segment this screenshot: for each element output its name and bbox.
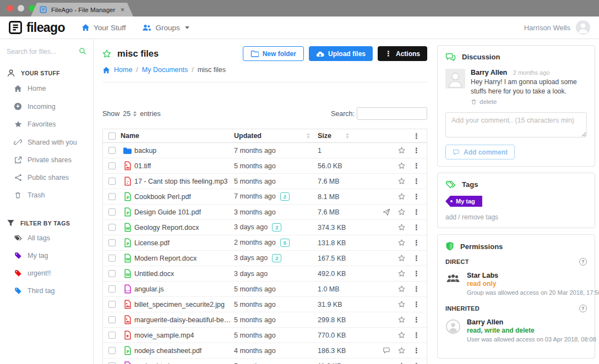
row-menu-icon[interactable]: ⋮ (413, 270, 420, 277)
row-checkbox[interactable] (108, 208, 116, 216)
row-menu-icon[interactable]: ⋮ (413, 316, 420, 323)
table-row[interactable]: </> worker.html 5 months ago 11.0 KB (103, 359, 427, 364)
new-folder-button[interactable]: New folder (243, 46, 304, 61)
shared-send-icon[interactable] (383, 208, 390, 216)
sidebar-tag-item[interactable]: All tags (0, 229, 93, 247)
table-menu-icon[interactable]: ⋮ (413, 133, 420, 140)
file-name[interactable]: Untitled.docx (134, 270, 174, 278)
add-comment-button[interactable]: Add comment (445, 145, 515, 159)
column-updated[interactable]: Updated (234, 132, 318, 140)
table-row[interactable]: marguerite-daisy-beautiful-beauty.jpg 5 … (103, 312, 427, 328)
sidebar-tag-item[interactable]: urgent!! (0, 264, 93, 282)
column-size[interactable]: Size (318, 132, 379, 140)
table-row[interactable]: movie_sample.mp4 5 months ago 770.0 KB (103, 328, 427, 343)
row-menu-icon[interactable]: ⋮ (413, 285, 420, 293)
file-name[interactable]: 17 - Cant stop this feeling.mp3 (134, 178, 228, 185)
upload-files-button[interactable]: Upload files (309, 46, 373, 61)
favorite-star-icon[interactable] (398, 208, 405, 216)
table-row[interactable]: </> angular.js 5 months ago 1.0 MB (103, 282, 427, 297)
favorite-star-icon[interactable] (398, 270, 405, 277)
row-checkbox[interactable] (108, 255, 116, 262)
table-row[interactable]: W Modern Report.docx 3 days ago 2 167.5 … (103, 251, 427, 266)
row-checkbox[interactable] (108, 332, 116, 339)
favorite-star-icon[interactable] (398, 239, 405, 246)
favorite-star-icon[interactable] (398, 162, 405, 169)
table-row[interactable]: backup 7 months ago 1 (103, 143, 427, 158)
favorite-star-icon[interactable] (398, 193, 405, 200)
row-checkbox[interactable] (108, 147, 116, 154)
favorite-star-icon[interactable] (398, 224, 405, 231)
row-menu-icon[interactable]: ⋮ (413, 239, 420, 246)
version-badge[interactable]: 2 (272, 254, 281, 262)
row-checkbox[interactable] (108, 270, 116, 277)
sidebar-tag-item[interactable]: Third tag (0, 282, 93, 300)
row-menu-icon[interactable]: ⋮ (413, 178, 420, 185)
row-checkbox[interactable] (108, 285, 116, 293)
version-badge[interactable]: 2 (280, 192, 290, 201)
sidebar-item[interactable]: Private shares (0, 151, 93, 169)
row-menu-icon[interactable]: ⋮ (413, 224, 420, 231)
sidebar-tag-item[interactable]: My tag (0, 247, 93, 264)
sidebar-item[interactable]: Home (0, 80, 93, 97)
favorite-star-icon[interactable] (398, 301, 405, 308)
tab-close-icon[interactable]: × (121, 6, 124, 14)
column-name[interactable]: Name (121, 132, 234, 140)
row-menu-icon[interactable]: ⋮ (413, 301, 420, 308)
favorite-star-icon[interactable] (398, 147, 405, 154)
favorite-star-icon[interactable] (398, 332, 405, 339)
comments-icon[interactable] (383, 347, 390, 354)
file-name[interactable]: nodejs cheatsheet.pdf (134, 347, 202, 355)
add-remove-tags-link[interactable]: add / remove tags (445, 213, 587, 221)
row-checkbox[interactable] (108, 316, 116, 323)
row-menu-icon[interactable]: ⋮ (413, 193, 420, 200)
help-icon[interactable]: ? (579, 258, 587, 266)
row-checkbox[interactable] (108, 193, 116, 200)
row-checkbox[interactable] (108, 347, 116, 354)
sidebar-item[interactable]: Shared with you (0, 133, 93, 151)
nav-item[interactable]: Your Stuff (81, 24, 126, 32)
favorite-star-icon[interactable] (398, 316, 405, 323)
tag-pill[interactable]: My tag (445, 196, 482, 207)
select-all-checkbox[interactable] (108, 133, 116, 140)
sidebar-item[interactable]: Trash (0, 186, 93, 204)
table-row[interactable]: P License.pdf 2 months ago 5 131.8 KB (103, 235, 427, 251)
favorite-star-icon[interactable] (398, 255, 405, 262)
file-name[interactable]: Cookbook Perl.pdf (134, 193, 191, 201)
table-row[interactable]: ♪ 17 - Cant stop this feeling.mp3 5 mont… (103, 174, 427, 189)
help-icon[interactable]: ? (579, 305, 587, 312)
row-menu-icon[interactable]: ⋮ (413, 162, 420, 169)
row-menu-icon[interactable]: ⋮ (413, 147, 420, 154)
file-name[interactable]: marguerite-daisy-beautiful-beauty.jpg (134, 316, 234, 324)
breadcrumb-home[interactable]: Home (114, 66, 132, 74)
app-logo[interactable]: fileago (9, 20, 65, 35)
avatar[interactable] (576, 20, 590, 35)
table-row[interactable]: P Cookbook Perl.pdf 7 months ago 2 8.1 M… (103, 189, 427, 205)
comment-input[interactable] (445, 112, 587, 137)
search-input[interactable] (7, 48, 78, 56)
table-search-input[interactable] (357, 107, 427, 120)
row-checkbox[interactable] (108, 239, 116, 246)
file-name[interactable]: angular.js (134, 285, 164, 293)
minimize-window-button[interactable] (18, 5, 24, 12)
version-badge[interactable]: 5 (280, 239, 290, 247)
table-row[interactable]: P nodejs cheatsheet.pdf 4 months ago 186… (103, 343, 427, 359)
table-row[interactable]: W Untitled.docx 3 days ago 492.0 KB (103, 266, 427, 282)
file-name[interactable]: backup (134, 147, 156, 155)
favorite-star-icon[interactable] (398, 347, 405, 354)
row-menu-icon[interactable]: ⋮ (413, 208, 420, 216)
row-menu-icon[interactable]: ⋮ (413, 347, 420, 354)
file-name[interactable]: movie_sample.mp4 (134, 332, 194, 339)
sort-icon[interactable] (307, 133, 310, 139)
window-controls[interactable] (7, 5, 35, 12)
file-name[interactable]: worker.html (134, 362, 170, 364)
actions-button[interactable]: ⋮ Actions (378, 46, 427, 61)
sidebar-item[interactable]: Incoming (0, 97, 93, 115)
table-row[interactable]: 01.tiff 5 months ago 56.0 KB (103, 158, 427, 174)
file-name[interactable]: Design Guide 101.pdf (134, 208, 201, 216)
favorite-star-icon[interactable] (398, 285, 405, 293)
version-badge[interactable]: 2 (272, 223, 281, 231)
search-icon[interactable] (79, 47, 86, 57)
nav-item[interactable]: Groups (142, 24, 189, 32)
row-menu-icon[interactable]: ⋮ (413, 332, 420, 339)
row-checkbox[interactable] (108, 224, 116, 231)
